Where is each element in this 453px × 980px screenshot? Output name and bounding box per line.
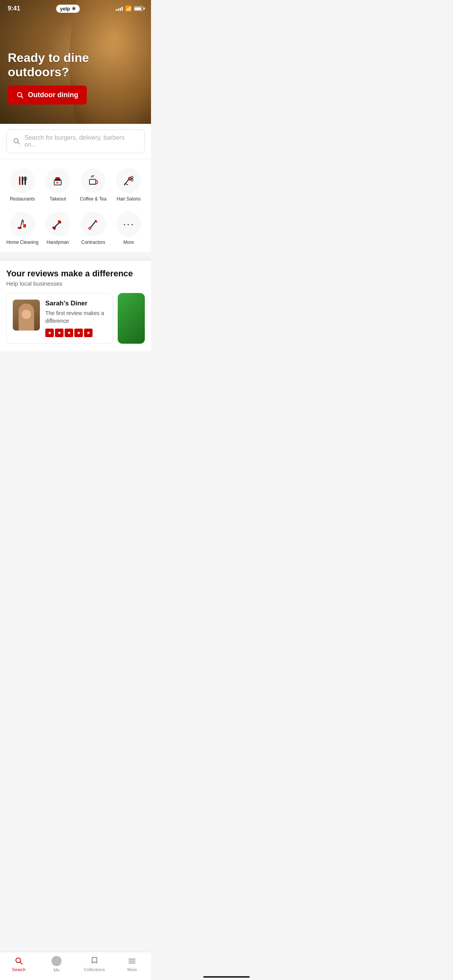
svg-rect-6 xyxy=(22,176,23,182)
category-contractors[interactable]: Contractors xyxy=(77,212,110,246)
coffee-tea-icon xyxy=(81,168,106,193)
svg-point-18 xyxy=(131,176,133,178)
outdoor-dining-label: Outdoor dining xyxy=(28,91,78,99)
status-time: 9:41 xyxy=(8,5,20,12)
review-info: Sarah's Diner The first review makes a d… xyxy=(45,300,106,337)
contractors-label: Contractors xyxy=(81,240,105,246)
restaurants-icon xyxy=(10,168,35,193)
search-placeholder: Search for burgers, delivery, barbers on… xyxy=(24,134,138,148)
handyman-icon xyxy=(45,212,70,236)
outdoor-dining-button[interactable]: Outdoor dining xyxy=(8,86,87,105)
battery-icon xyxy=(134,6,143,11)
svg-line-1 xyxy=(21,96,23,98)
svg-line-3 xyxy=(18,142,20,144)
contractors-icon xyxy=(81,212,106,236)
hero-title: Ready to dine outdoors? xyxy=(8,51,143,79)
review-card-second xyxy=(118,293,145,344)
home-cleaning-label: Home Cleaning xyxy=(6,240,38,246)
wifi-icon: 📶 xyxy=(125,5,132,12)
status-bar: 9:41 yelp ✳ 📶 xyxy=(0,0,151,17)
coffee-tea-label: Coffee & Tea xyxy=(80,196,106,202)
search-icon xyxy=(16,91,24,99)
svg-rect-23 xyxy=(23,224,26,228)
signal-icon xyxy=(116,6,123,11)
category-grid: Restaurants Takeout xyxy=(6,168,145,245)
svg-rect-7 xyxy=(24,176,26,185)
search-section: Search for burgers, delivery, barbers on… xyxy=(0,124,151,159)
takeout-label: Takeout xyxy=(50,196,66,202)
svg-point-27 xyxy=(89,228,91,229)
more-label: More xyxy=(124,240,134,246)
star-rating xyxy=(45,329,106,337)
reviews-title: Your reviews make a difference xyxy=(6,269,145,279)
svg-point-19 xyxy=(131,179,133,181)
yelp-logo-text: yelp xyxy=(60,6,70,12)
review-description: The first review makes a difference xyxy=(45,310,106,325)
star-4 xyxy=(74,329,83,337)
home-cleaning-icon xyxy=(10,212,35,236)
svg-rect-14 xyxy=(89,179,96,184)
svg-line-21 xyxy=(20,220,22,228)
review-thumbnail xyxy=(13,300,40,331)
svg-rect-11 xyxy=(56,177,60,179)
business-name: Sarah's Diner xyxy=(45,300,106,307)
section-divider xyxy=(0,258,151,261)
category-handyman[interactable]: Handyman xyxy=(42,212,74,246)
hero-banner: Ready to dine outdoors? Outdoor dining xyxy=(0,0,151,124)
categories-section: Restaurants Takeout xyxy=(0,159,151,252)
search-bar-icon xyxy=(13,137,21,145)
reviews-section: Your reviews make a difference Help loca… xyxy=(0,261,151,351)
more-icon: ··· xyxy=(116,212,141,236)
svg-point-22 xyxy=(17,227,22,229)
reviews-subtitle: Help local businesses xyxy=(6,280,145,287)
category-restaurants[interactable]: Restaurants xyxy=(6,168,39,202)
star-5 xyxy=(84,329,93,337)
star-2 xyxy=(55,329,63,337)
hair-salons-icon xyxy=(116,168,141,193)
category-hair-salons[interactable]: Hair Salons xyxy=(113,168,145,202)
category-takeout[interactable]: Takeout xyxy=(42,168,74,202)
yelp-logo: yelp ✳ xyxy=(56,5,80,13)
yelp-star-icon: ✳ xyxy=(72,6,76,12)
category-coffee-tea[interactable]: Coffee & Tea xyxy=(77,168,110,202)
status-icons: 📶 xyxy=(116,5,143,12)
svg-rect-9 xyxy=(54,180,61,185)
restaurants-label: Restaurants xyxy=(10,196,35,202)
category-home-cleaning[interactable]: Home Cleaning xyxy=(6,212,39,246)
review-card[interactable]: Sarah's Diner The first review makes a d… xyxy=(6,293,113,344)
takeout-icon xyxy=(45,168,70,193)
category-more[interactable]: ··· More xyxy=(113,212,145,246)
search-bar[interactable]: Search for burgers, delivery, barbers on… xyxy=(6,129,145,153)
star-1 xyxy=(45,329,54,337)
handyman-label: Handyman xyxy=(46,240,69,246)
hair-salons-label: Hair Salons xyxy=(117,196,141,202)
star-3 xyxy=(65,329,73,337)
